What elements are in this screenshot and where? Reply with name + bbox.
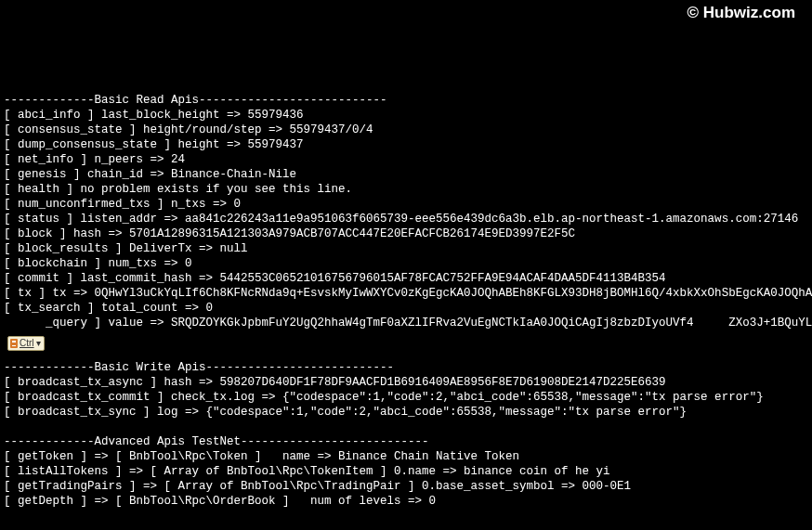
line: -------------Basic Write Apis-----------… [4,361,394,374]
line: [ tx_search ] total_count => 0 [4,302,213,315]
line: [ getTradingPairs ] => [ Array of BnbToo… [4,480,631,493]
line: [ genesis ] chain_id => Binance-Chain-Ni… [4,168,296,181]
line: [ net_info ] n_peers => 24 [4,153,185,166]
line: [ abci_info ] last_block_height => 55979… [4,109,304,122]
line: [ broadcast_tx_commit ] check_tx.log => … [4,391,764,404]
line: [ health ] no problem exists if you see … [4,183,352,196]
line: [ block_results ] DeliverTx => null [4,242,248,255]
line: [ status ] listen_addr => aa841c226243a1… [4,213,798,226]
line: [ blockchain ] num_txs => 0 [4,257,192,270]
line: [ tx ] tx => 0QHwYl3uCkYqLIf6Ch8KFNcRNda… [4,287,812,300]
line: [ commit ] last_commit_hash => 5442553C0… [4,272,666,285]
line: -------------Basic Read Apis------------… [4,94,387,107]
line: [ listAllTokens ] => [ Array of BnbTool\… [4,465,610,478]
line: [ consensus_state ] height/round/step =>… [4,123,373,136]
line: -------------Advanced Apis TestNet------… [4,435,429,448]
line: [ block ] hash => 5701A12896315A121303A9… [4,227,575,240]
line: [ dump_consensus_state ] height => 55979… [4,138,304,151]
line: [ num_unconfirmed_txs ] n_txs => 0 [4,198,241,211]
line: [ getDepth ] => [ BnbTool\Rpc\OrderBook … [4,495,436,508]
line: [ broadcast_tx_sync ] log => {"codespace… [4,406,687,419]
line: _query ] value => SRQDZOYKGkJpbmFuY2UgQ2… [4,317,812,330]
terminal-output: -------------Basic Read Apis------------… [0,74,812,509]
line: [ getToken ] => [ BnbTool\Rpc\Token ] na… [4,450,519,463]
line: [ broadcast_tx_async ] hash => 598207D64… [4,376,666,389]
hubwiz-watermark: © Hubwiz.com [688,15,795,20]
